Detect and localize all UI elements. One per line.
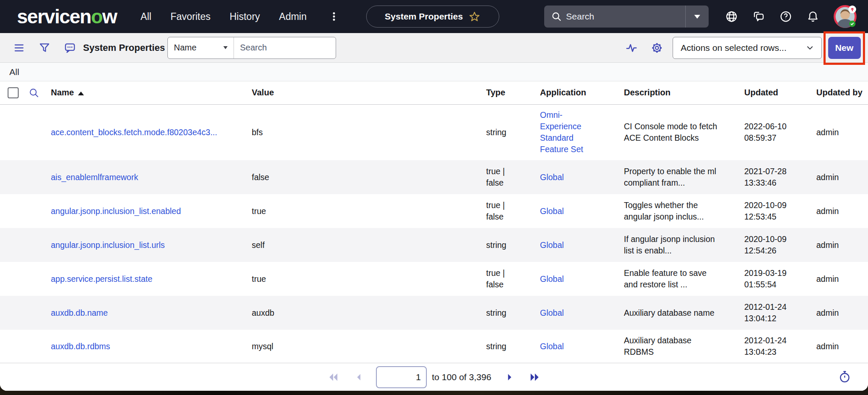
table-row[interactable]: app.service.persist.list.state true true…: [0, 262, 868, 296]
application-link[interactable]: Global: [540, 308, 564, 317]
application-link[interactable]: Global: [540, 172, 564, 182]
pill-label: System Properties: [385, 11, 463, 22]
column-header-value[interactable]: Value: [252, 81, 486, 104]
cell-updated: 2012-01-24 13:04:23: [744, 330, 816, 363]
nav-favorites[interactable]: Favorites: [170, 11, 211, 22]
property-name-link[interactable]: ace.content_blocks.fetch.mode.f80203e4c3…: [51, 128, 217, 137]
table-row[interactable]: ais_enablemlframework false true | false…: [0, 160, 868, 194]
comment-icon: [64, 42, 76, 54]
cell-type: true | false: [486, 262, 540, 296]
chevron-down-icon: [805, 43, 815, 53]
stopwatch-icon: [838, 370, 851, 384]
application-link[interactable]: Global: [540, 342, 564, 351]
help-button[interactable]: [779, 10, 792, 23]
search-field-select[interactable]: Name: [168, 37, 234, 58]
personalize-button[interactable]: [625, 42, 638, 54]
column-header-updated-by[interactable]: Updated by: [816, 81, 868, 104]
cell-updated-by: admin: [816, 262, 868, 296]
column-header-application[interactable]: Application: [540, 81, 624, 104]
table-row[interactable]: angular.jsonp.inclusion_list.urls self s…: [0, 228, 868, 262]
table-row[interactable]: ace.content_blocks.fetch.mode.f80203e4c3…: [0, 104, 868, 160]
application-link[interactable]: Omni- Experience Standard Feature Set: [540, 110, 583, 154]
cell-description: Auxiliary database name: [624, 296, 744, 330]
cell-updated-by: admin: [816, 296, 868, 330]
last-page-button[interactable]: [528, 370, 542, 384]
help-icon: [779, 10, 792, 23]
filter-button[interactable]: [38, 42, 51, 54]
property-name-link[interactable]: ais_enablemlframework: [51, 172, 138, 182]
servicenow-logo[interactable]: servicenow: [17, 5, 117, 28]
search-icon: [551, 11, 562, 22]
avatar[interactable]: [833, 5, 857, 28]
cell-updated: 2020-10-09 12:54:26: [744, 228, 816, 262]
globe-button[interactable]: [725, 10, 738, 23]
property-name-link[interactable]: auxdb.db.rdbms: [51, 342, 110, 351]
primary-nav: All Favorites History Admin: [141, 11, 307, 22]
last-page-icon: [529, 371, 541, 384]
prev-page-button[interactable]: [351, 370, 366, 384]
comments-button[interactable]: [64, 42, 76, 54]
nav-all[interactable]: All: [141, 11, 152, 22]
list-menu-button[interactable]: [13, 42, 25, 54]
actions-dropdown[interactable]: Actions on selected rows...: [673, 37, 822, 59]
column-header-description[interactable]: Description: [624, 81, 744, 104]
global-search[interactable]: [544, 6, 709, 28]
property-name-link[interactable]: angular.jsonp.inclusion_list.enabled: [51, 206, 181, 216]
property-name-link[interactable]: auxdb.db.name: [51, 308, 108, 317]
cell-type: true | false: [486, 160, 540, 194]
column-search-button[interactable]: [28, 87, 40, 99]
property-name-link[interactable]: app.service.persist.list.state: [51, 274, 153, 284]
list-toolbar: System Properties Name Actions on select…: [0, 33, 868, 63]
pager-range-label: to 100 of 3,396: [432, 372, 491, 382]
column-header-label: Updated by: [816, 88, 862, 97]
column-header-updated[interactable]: Updated: [744, 81, 816, 104]
cell-description: Enable feature to save and restore list …: [624, 262, 744, 296]
settings-button[interactable]: [651, 42, 663, 54]
chat-icon: [752, 10, 765, 23]
cell-updated-by: admin: [816, 194, 868, 228]
nav-admin[interactable]: Admin: [279, 11, 306, 22]
kebab-icon: [328, 11, 339, 22]
more-menu-button[interactable]: [328, 9, 340, 24]
cell-description: Property to enable the ml compliant fram…: [624, 160, 744, 194]
property-name-link[interactable]: angular.jsonp.inclusion_list.urls: [51, 240, 165, 250]
pagination: to 100 of 3,396: [326, 366, 542, 388]
application-link[interactable]: Global: [540, 274, 564, 284]
column-header-name[interactable]: Name: [51, 81, 252, 104]
cell-description: Auxiliary database RDBMS: [624, 330, 744, 363]
list-search-input[interactable]: [234, 37, 336, 58]
cell-updated-by: admin: [816, 330, 868, 363]
cell-description: If angular jsonp inclusion list is enabl…: [624, 228, 744, 262]
global-search-input[interactable]: [566, 11, 685, 22]
page-input[interactable]: [376, 366, 427, 388]
next-page-button[interactable]: [502, 370, 517, 384]
table-row[interactable]: angular.jsonp.inclusion_list.enabled tru…: [0, 194, 868, 228]
breadcrumb[interactable]: All: [9, 67, 19, 77]
favorite-pill[interactable]: System Properties: [366, 6, 499, 28]
new-button[interactable]: New: [828, 37, 861, 59]
application-link[interactable]: Global: [540, 240, 564, 250]
globe-icon: [725, 10, 738, 23]
response-time-button[interactable]: [837, 370, 852, 384]
column-header-type[interactable]: Type: [486, 81, 540, 104]
caret-down-icon: [223, 46, 228, 49]
cell-updated: 2020-10-09 12:53:45: [744, 194, 816, 228]
cell-type: string: [486, 228, 540, 262]
chat-button[interactable]: [752, 10, 765, 23]
list-search-combo: Name: [167, 37, 336, 59]
list-table-area: Name Value Type Application Description …: [0, 81, 868, 363]
search-scope-dropdown[interactable]: [686, 6, 709, 28]
first-page-button[interactable]: [326, 370, 340, 384]
cell-updated: 2012-01-24 13:04:12: [744, 296, 816, 330]
table-row[interactable]: auxdb.db.rdbms mysql string Global Auxil…: [0, 330, 868, 363]
star-icon[interactable]: [469, 11, 480, 22]
nav-history[interactable]: History: [230, 11, 260, 22]
column-header-label: Name: [51, 88, 74, 97]
notifications-button[interactable]: [807, 10, 819, 23]
table-row[interactable]: auxdb.db.name auxdb string Global Auxili…: [0, 296, 868, 330]
cell-updated-by: admin: [816, 104, 868, 160]
cell-updated-by: admin: [816, 228, 868, 262]
column-header-label: Updated: [744, 88, 778, 97]
select-all-checkbox[interactable]: [8, 87, 19, 98]
application-link[interactable]: Global: [540, 206, 564, 216]
